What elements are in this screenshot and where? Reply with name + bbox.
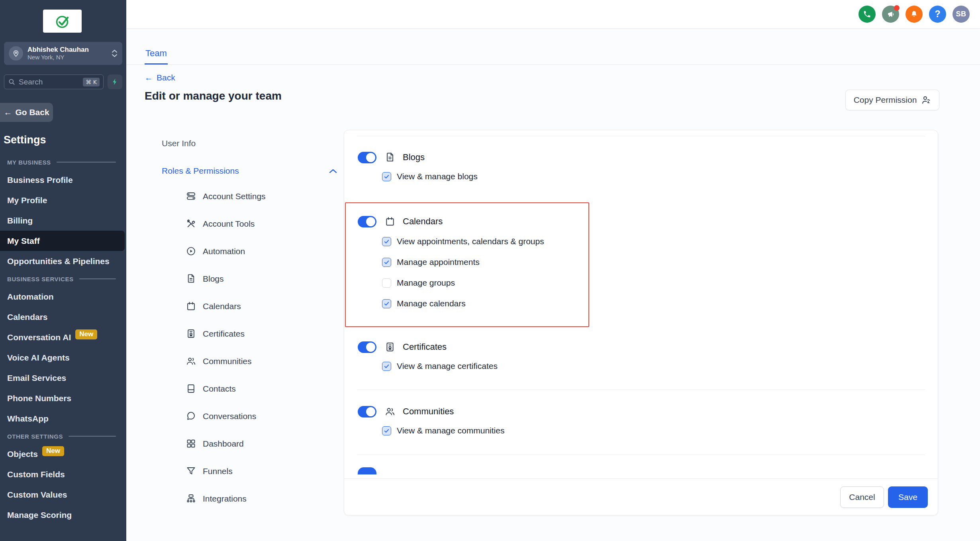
section-business-services: BUSINESS SERVICES <box>0 271 126 286</box>
nav-item-automation[interactable]: Automation <box>162 237 337 265</box>
address-book-icon <box>186 383 196 394</box>
left-arrow-icon: ← <box>4 108 12 117</box>
sidebar-item-automation[interactable]: Automation <box>0 286 126 307</box>
question-mark-icon: ? <box>935 9 940 20</box>
play-circle-icon <box>186 246 196 257</box>
checkbox-view-manage-communities[interactable] <box>382 426 391 435</box>
megaphone-icon <box>886 10 895 19</box>
sidebar-item-business-profile[interactable]: Business Profile <box>0 170 126 190</box>
sidebar-item-conversation-ai[interactable]: Conversation AI New <box>0 327 126 347</box>
permissions-card: Blogs View & manage blogs Calendars View… <box>344 130 938 516</box>
clipped-toggle <box>358 467 376 474</box>
account-switcher[interactable]: Abhishek Chauhan New York, NY <box>4 42 122 65</box>
sidebar-item-custom-values[interactable]: Custom Values <box>0 484 126 505</box>
phone-button[interactable] <box>858 6 876 23</box>
bell-icon <box>910 10 918 18</box>
back-link[interactable]: ← Back <box>145 73 175 82</box>
go-back-button[interactable]: ← Go Back <box>0 103 53 122</box>
sidebar-item-phone-numbers[interactable]: Phone Numbers <box>0 388 126 408</box>
new-badge: New <box>75 329 97 339</box>
checkbox-view-appointments[interactable] <box>382 237 391 246</box>
sidebar-item-my-profile[interactable]: My Profile <box>0 190 126 210</box>
communities-toggle[interactable] <box>358 406 376 418</box>
sidebar-item-billing[interactable]: Billing <box>0 210 126 231</box>
nav-item-contacts[interactable]: Contacts <box>162 375 337 402</box>
calendars-toggle[interactable] <box>358 216 376 227</box>
sidebar-item-opportunities-pipelines[interactable]: Opportunities & Pipelines <box>0 251 126 271</box>
calendar-icon <box>384 216 396 227</box>
account-location: New York, NY <box>27 54 65 61</box>
divider <box>357 136 925 136</box>
checkbox-manage-groups[interactable] <box>382 278 391 288</box>
checkbox-view-manage-blogs[interactable] <box>382 172 391 181</box>
go-back-label: Go Back <box>15 108 49 117</box>
document-icon <box>384 152 396 163</box>
blogs-toggle[interactable] <box>358 152 376 163</box>
chat-bubble-icon <box>186 411 196 421</box>
announcements-button[interactable] <box>882 6 899 23</box>
sidebar-item-manage-scoring[interactable]: Manage Scoring <box>0 505 126 525</box>
save-button[interactable]: Save <box>888 486 928 508</box>
checkbox-manage-calendars[interactable] <box>382 299 391 308</box>
permissions-nav: User Info Roles & Permissions Account Se… <box>162 139 337 512</box>
funnel-icon <box>186 466 196 476</box>
nav-item-blogs[interactable]: Blogs <box>162 265 337 292</box>
copy-permission-button[interactable]: Copy Permission <box>845 90 939 110</box>
section-my-business: MY BUSINESS <box>0 155 126 170</box>
nav-item-account-tools[interactable]: Account Tools <box>162 210 337 237</box>
avatar-initials: SB <box>956 10 966 18</box>
search-input[interactable]: Search ⌘ K <box>4 74 104 89</box>
notification-dot <box>894 5 900 11</box>
checkbox-manage-appointments[interactable] <box>382 258 391 267</box>
nav-item-certificates[interactable]: Certificates <box>162 320 337 347</box>
sidebar-item-whatsapp[interactable]: WhatsApp <box>0 408 126 429</box>
top-bar: ? SB <box>126 0 980 29</box>
divider <box>357 455 925 455</box>
brand-logo <box>43 10 82 33</box>
tab-team[interactable]: Team <box>145 43 168 65</box>
sidebar-title: Settings <box>4 134 46 146</box>
sidebar-item-my-staff[interactable]: My Staff <box>0 231 125 251</box>
settings-sidebar: Abhishek Chauhan New York, NY Search ⌘ K… <box>0 0 126 541</box>
account-name: Abhishek Chauhan <box>27 46 89 53</box>
help-button[interactable]: ? <box>929 6 946 23</box>
certificates-toggle[interactable] <box>358 341 376 353</box>
section-other-settings: OTHER SETTINGS <box>0 429 126 444</box>
nav-item-account-settings[interactable]: Account Settings <box>162 182 337 210</box>
search-placeholder: Search <box>19 78 80 86</box>
document-icon <box>186 273 196 284</box>
nav-item-calendars[interactable]: Calendars <box>162 292 337 320</box>
nav-roles-permissions[interactable]: Roles & Permissions <box>162 166 337 176</box>
nav-user-info[interactable]: User Info <box>162 139 337 149</box>
sidebar-item-calendars[interactable]: Calendars <box>0 307 126 327</box>
notifications-button[interactable] <box>906 6 923 23</box>
keyboard-shortcut-badge: ⌘ K <box>83 78 100 86</box>
cancel-button[interactable]: Cancel <box>840 486 884 508</box>
page-title: Edit or manage your team <box>145 90 282 102</box>
tabs-row: Team <box>126 29 980 65</box>
sliders-icon <box>186 191 196 202</box>
new-badge: New <box>42 446 64 456</box>
permission-section-calendars: Calendars View appointments, calendars &… <box>344 213 938 314</box>
checkbox-view-manage-certificates[interactable] <box>382 362 391 371</box>
search-icon <box>8 78 16 86</box>
user-avatar[interactable]: SB <box>953 6 970 23</box>
card-footer: Cancel Save <box>344 478 938 515</box>
sidebar-item-objects[interactable]: Objects New <box>0 444 126 464</box>
nav-item-funnels[interactable]: Funnels <box>162 457 337 485</box>
permission-section-communities: Communities View & manage communities <box>344 403 938 441</box>
sidebar-item-custom-fields[interactable]: Custom Fields <box>0 464 126 484</box>
permission-section-blogs: Blogs View & manage blogs <box>344 149 938 187</box>
grid-icon <box>186 438 196 449</box>
permission-section-certificates: Certificates View & manage certificates <box>344 338 938 376</box>
sidebar-item-voice-ai-agents[interactable]: Voice AI Agents <box>0 347 126 368</box>
nav-item-dashboard[interactable]: Dashboard <box>162 430 337 457</box>
sidebar-item-email-services[interactable]: Email Services <box>0 368 126 388</box>
people-icon <box>186 356 196 367</box>
nav-item-conversations[interactable]: Conversations <box>162 402 337 430</box>
certificate-icon <box>186 328 196 339</box>
nav-item-communities[interactable]: Communities <box>162 347 337 375</box>
quick-actions-button[interactable] <box>108 74 122 89</box>
location-pin-icon <box>9 46 23 61</box>
nav-item-integrations[interactable]: Integrations <box>162 485 337 512</box>
